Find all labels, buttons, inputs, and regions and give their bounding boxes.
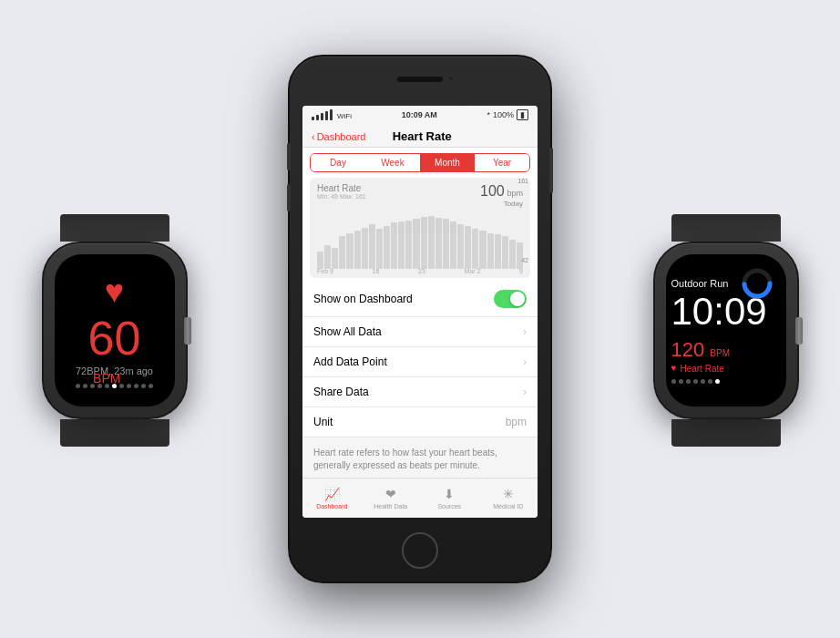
watch-dot (149, 384, 153, 388)
chart-low-label: 42 (521, 257, 528, 263)
heart-icon-right: ♥ (671, 363, 677, 373)
iphone-container: WiFi 10:09 AM * 100% ▮ ‹ Dashboard He (288, 55, 552, 583)
show-all-data-label: Show All Data (313, 325, 382, 338)
chart-bar (369, 224, 375, 269)
battery-label: 100% (493, 110, 514, 119)
segment-control[interactable]: Day Week Month Year (310, 153, 530, 172)
watch-crown-left (184, 317, 191, 345)
chevron-icon: › (523, 386, 527, 398)
iphone-camera (447, 75, 455, 82)
status-bar: WiFi 10:09 AM * 100% ▮ (302, 106, 538, 124)
chart-date-5: 9 (519, 268, 523, 274)
chart-period: Today (480, 200, 523, 208)
chart-bar (479, 231, 486, 269)
chart-date-1: Feb 9 (317, 268, 333, 274)
chart-bar (324, 245, 331, 269)
tab-medical-id[interactable]: ✳ Medical ID (479, 478, 538, 518)
chart-bar (443, 219, 449, 269)
chart-bar (346, 233, 353, 269)
tab-dashboard-label: Dashboard (316, 503, 347, 509)
chart-bar (428, 216, 435, 270)
add-data-point-row[interactable]: Add Data Point › (302, 347, 538, 377)
sources-icon: ⬇ (444, 487, 455, 501)
tab-health-data[interactable]: ❤ Health Data (362, 478, 421, 518)
iphone-side-button (549, 148, 553, 193)
chart-date-3: 23 (418, 268, 425, 274)
watch-dot-right (671, 379, 676, 384)
watch-band-top (60, 214, 169, 242)
watch-dot (83, 384, 87, 388)
share-data-row[interactable]: Share Data › (302, 377, 538, 407)
show-all-data-row[interactable]: Show All Data › (302, 317, 538, 347)
watch-screen-left: ♥ 60 BPM 72BPM, 23m ago (55, 254, 175, 406)
scene: ♥ 60 BPM 72BPM, 23m ago (0, 0, 840, 638)
chart-bar (384, 226, 390, 269)
iphone-home-button[interactable] (402, 532, 438, 569)
chart-bar (509, 240, 516, 270)
chart-date-2: 16 (373, 268, 380, 274)
chart-bar (495, 234, 501, 269)
chart-bar (450, 221, 456, 269)
watch-dot-right (693, 379, 698, 384)
dashboard-icon: 📈 (324, 487, 340, 501)
chart-bar (472, 229, 478, 269)
chart-date-4: Mar 2 (465, 268, 481, 274)
unit-row[interactable]: Unit bpm (302, 407, 538, 437)
chart-value: 100 bpm Today (480, 183, 523, 208)
iphone-body: WiFi 10:09 AM * 100% ▮ ‹ Dashboard He (288, 55, 552, 583)
iphone-screen: WiFi 10:09 AM * 100% ▮ ‹ Dashboard He (302, 106, 538, 518)
tab-year[interactable]: Year (475, 154, 529, 171)
watch-body-right: Outdoor Run 10:09 120 BPM ♥ Heart Rate (653, 242, 799, 419)
chart-bar (413, 219, 419, 269)
iphone-vol-up (287, 143, 291, 170)
list-section: Show on Dashboard Show All Data › Add Da… (302, 282, 538, 437)
chart-bar (465, 226, 471, 269)
chart-bar (457, 224, 464, 269)
tab-medical-label: Medical ID (493, 503, 523, 509)
description-section: Heart rate refers to how fast your heart… (302, 437, 538, 481)
tab-month[interactable]: Month (420, 154, 475, 171)
signal-bars: WiFi (312, 109, 352, 120)
show-on-dashboard-row[interactable]: Show on Dashboard (302, 282, 538, 317)
chart-bar (354, 231, 361, 269)
nav-back-label: Dashboard (317, 131, 366, 142)
tab-health-label: Health Data (374, 503, 407, 509)
chart-bar (317, 252, 323, 270)
watch-dot-right-active (715, 379, 720, 384)
nav-back-button[interactable]: ‹ Dashboard (312, 131, 366, 142)
tab-bar: 📈 Dashboard ❤ Health Data ⬇ Sources ✳ Me… (302, 478, 538, 518)
chart-dates: Feb 9 16 23 Mar 2 9 (317, 268, 523, 274)
tab-day[interactable]: Day (311, 154, 365, 171)
nav-bar: ‹ Dashboard Heart Rate (302, 124, 538, 148)
chevron-icon: › (523, 355, 527, 368)
watch-dot-right (708, 379, 712, 384)
chart-bar (435, 218, 442, 269)
watch-bpm-label: BPM (93, 371, 120, 386)
chart-bpm-value: 100 (480, 183, 505, 199)
watch-left: ♥ 60 BPM 72BPM, 23m ago (26, 214, 203, 424)
tab-dashboard[interactable]: 📈 Dashboard (302, 478, 362, 518)
chart-bar (391, 222, 397, 269)
chart-bar (517, 242, 523, 269)
tab-week[interactable]: Week (365, 154, 420, 171)
description-text: Heart rate refers to how fast your heart… (313, 448, 497, 470)
watch-bpm-right: 120 BPM (671, 338, 731, 362)
chart-bar (339, 236, 345, 269)
watch-dot-right (679, 379, 683, 384)
share-data-label: Share Data (313, 386, 369, 398)
watch-heart-rate-label: Heart Rate (680, 364, 723, 374)
watch-dots-right (671, 379, 781, 384)
watch-bpm-value: 60 (88, 314, 141, 362)
back-chevron-icon: ‹ (312, 131, 315, 142)
toggle-switch[interactable] (494, 290, 527, 308)
battery-icon: ▮ (517, 109, 528, 120)
watch-right: Outdoor Run 10:09 120 BPM ♥ Heart Rate (637, 214, 814, 424)
tab-sources[interactable]: ⬇ Sources (420, 478, 479, 518)
status-right: * 100% ▮ (487, 109, 528, 120)
chart-bars (317, 210, 523, 269)
watch-band-bottom (60, 419, 169, 447)
toggle-knob (510, 292, 525, 306)
watch-dot-right (686, 379, 691, 384)
watch-band-top-right (671, 214, 781, 242)
watch-band-bottom-right (671, 419, 781, 447)
